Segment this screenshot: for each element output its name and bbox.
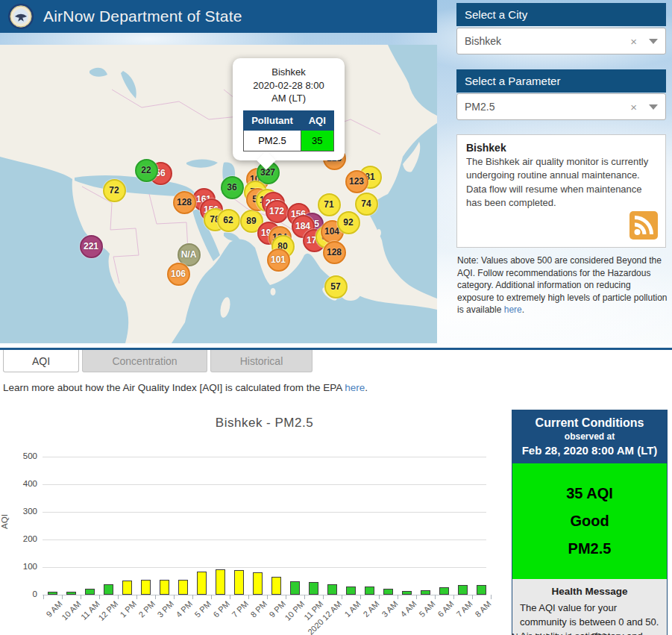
aqi-marker[interactable]: 71: [318, 193, 341, 216]
learn-more-line: Learn more about how the Air Quality Ind…: [3, 382, 368, 393]
chart-x-tick: [118, 595, 119, 599]
clear-parameter-icon[interactable]: ×: [630, 101, 637, 113]
aqi-marker[interactable]: 36: [221, 176, 244, 199]
popup-time: AM (LT): [239, 92, 339, 105]
select-parameter-header: Select a Parameter: [456, 69, 666, 93]
aqi-bar: [234, 570, 244, 595]
aqi-bar: [122, 581, 132, 595]
aqi-marker[interactable]: 57: [324, 275, 348, 298]
city-select[interactable]: Bishkek ×: [456, 28, 666, 54]
city-select-value: Bishkek: [465, 35, 630, 47]
chart-x-tick: [43, 595, 44, 599]
chart-x-tick-label: 2 PM: [137, 599, 157, 619]
chart-x-tick: [62, 595, 63, 599]
chart-gridline: [43, 457, 486, 457]
popup-date: 2020-02-28 8:00: [239, 79, 339, 93]
chart-x-tick: [491, 595, 492, 599]
chart-gridline: [43, 484, 486, 485]
popup-table: Pollutant AQI PM2.5 35: [243, 110, 334, 151]
aqi-bar: [290, 581, 300, 595]
chart-x-tick: [174, 595, 175, 599]
chart-x-tick: [398, 595, 398, 599]
aqi-marker[interactable]: 72: [103, 179, 126, 202]
chart-x-tick-label: 12 PM: [97, 599, 120, 622]
chart-x-tick-label: 5 PM: [193, 599, 213, 619]
popup-pollutant-value: PM2.5: [244, 130, 301, 151]
chart-x-tick-label: 10 PM: [283, 599, 307, 622]
aqi-bar: [253, 572, 263, 595]
aqi-marker[interactable]: 92: [337, 211, 360, 234]
rss-icon[interactable]: [629, 211, 658, 240]
aqi-bar: [477, 585, 486, 595]
chart-x-tick: [155, 595, 156, 599]
chart-x-tick: [304, 595, 305, 599]
aqi-marker[interactable]: 221: [80, 235, 103, 258]
chart-x-tick-label: 7 PM: [230, 599, 251, 619]
chart-y-tick-label: 100: [12, 562, 37, 571]
aqi-marker[interactable]: 62: [217, 209, 240, 232]
chart-y-tick-label: 400: [12, 479, 37, 488]
current-aqi-value: 35 AQI: [515, 480, 664, 507]
chart-x-tick-label: 3 PM: [156, 599, 176, 619]
chart-x-tick-label: 2 AM: [361, 599, 380, 619]
tab-historical[interactable]: Historical: [210, 350, 313, 372]
aqi-marker[interactable]: 106: [167, 263, 190, 286]
app-title: AirNow Department of State: [43, 7, 242, 25]
chart-x-tick: [99, 595, 100, 599]
aqi-marker[interactable]: 101: [267, 248, 290, 272]
tab-concentration[interactable]: Concentration: [82, 350, 207, 372]
chart-x-tick-label: 6 PM: [212, 599, 232, 619]
bottom-note-partial: Note: Values above 500 are considered Be…: [512, 632, 668, 635]
note-here-link[interactable]: here: [504, 304, 522, 315]
aqi-bar: [178, 580, 188, 595]
chart-y-tick-label: 300: [12, 507, 37, 516]
aqi-marker[interactable]: 74: [355, 193, 378, 216]
aqi-marker[interactable]: 22: [135, 159, 158, 182]
parameter-select-value: PM2.5: [465, 101, 630, 113]
aqi-bar-chart: Bishkek - PM2.5 AQI 01002003004005009 AM…: [0, 405, 507, 635]
chart-x-tick: [248, 595, 249, 599]
popup-aqi-value: 35: [301, 130, 333, 151]
chart-x-tick-label: 4 PM: [175, 599, 195, 619]
beyond-aqi-note: Note: Values above 500 are considered Be…: [457, 254, 668, 316]
page: AirNow Department of State: [0, 0, 672, 635]
learn-more-here-link[interactable]: here: [345, 382, 365, 393]
tab-strip: AQI Concentration Historical: [0, 348, 672, 373]
tab-aqi[interactable]: AQI: [3, 350, 79, 372]
aqi-bar: [439, 587, 449, 595]
aqi-bar: [365, 586, 374, 595]
aqi-bar: [458, 585, 468, 595]
chart-x-tick: [323, 595, 324, 599]
chart-x-tick: [416, 595, 417, 599]
chart-gridline: [43, 567, 486, 568]
chart-x-tick-label: 11 AM: [79, 599, 101, 622]
observed-at-label: observed at: [515, 431, 664, 442]
health-message-box: Health Message The AQI value for your co…: [512, 579, 667, 635]
aqi-bar: [85, 589, 95, 595]
aqi-bar: [271, 577, 281, 595]
aqi-marker[interactable]: 128: [173, 191, 196, 214]
parameter-select[interactable]: PM2.5 ×: [456, 93, 666, 120]
chart-x-tick: [286, 595, 286, 599]
aqi-marker[interactable]: 123: [345, 170, 368, 193]
current-aqi-pollutant: PM2.5: [515, 535, 664, 563]
aqi-bar: [104, 584, 113, 595]
chevron-down-icon[interactable]: [649, 39, 658, 44]
aqi-bar: [421, 590, 430, 595]
chart-y-tick-label: 500: [12, 451, 37, 460]
clear-city-icon[interactable]: ×: [630, 35, 637, 48]
aqi-bar: [216, 569, 225, 595]
chart-x-tick-label: 1 PM: [119, 599, 139, 619]
select-city-header: Select a City: [456, 3, 666, 26]
aqi-marker[interactable]: 128: [323, 241, 346, 264]
health-message-title: Health Message: [520, 586, 659, 597]
chart-x-tick: [81, 595, 81, 599]
note-suffix: .: [522, 304, 524, 315]
chart-x-tick-label: 8 AM: [473, 599, 492, 619]
city-info-box: Bishkek The Bishkek air quality monitor …: [456, 134, 666, 248]
aqi-marker[interactable]: 172: [266, 200, 289, 223]
chevron-down-icon[interactable]: [649, 104, 658, 110]
aqi-bar: [48, 592, 57, 595]
chart-x-tick: [192, 595, 193, 599]
aqi-world-map[interactable]: 56227216112815678623689221N/A10612881123…: [0, 45, 437, 343]
